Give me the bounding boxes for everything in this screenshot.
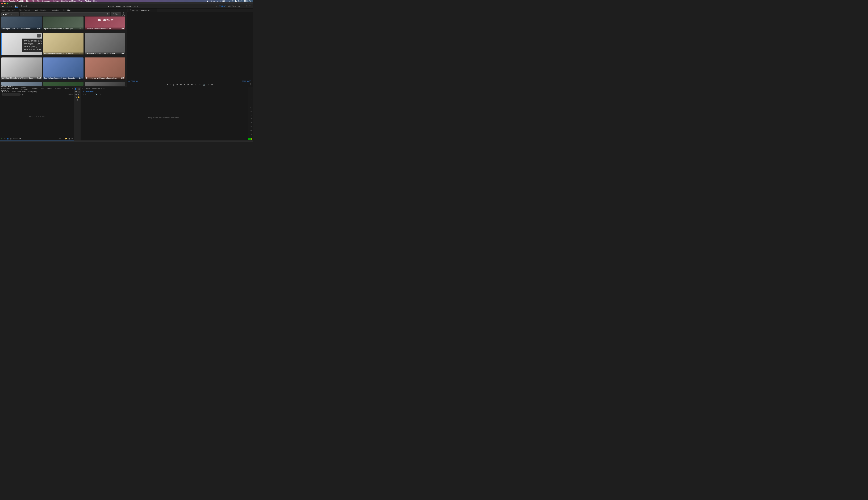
filter-button[interactable]: ☰ Filter <box>111 12 121 16</box>
status-icon-1[interactable]: ◉ <box>207 0 208 2</box>
program-timecode-right[interactable]: 00:00:00:00 <box>242 80 251 82</box>
icon-view-icon[interactable]: ▦ <box>7 138 9 139</box>
new-item-button[interactable]: ▣ <box>68 138 70 139</box>
hand-tool[interactable]: ✋ <box>78 96 80 98</box>
clip-grid[interactable]: Helicopter Takes Off As Stunt Man Climbs… <box>0 16 127 87</box>
sort-icon[interactable]: ≡▾ <box>19 138 21 139</box>
menu-window[interactable]: Window <box>85 0 91 2</box>
tab-audio-mixer[interactable]: Audio Clip Mixer: <box>35 9 48 11</box>
step-forward-button[interactable]: |▶ <box>187 83 189 86</box>
tab-markers[interactable]: Markers <box>55 88 61 90</box>
status-icon-wifi[interactable]: ⌇ <box>227 0 227 2</box>
filter-bin-icon[interactable]: ▣ <box>22 93 23 96</box>
download-option[interactable]: HDMP4 (h264) - 5 MB <box>22 48 42 51</box>
timeline-timecode[interactable]: 00:00:00:00 <box>82 90 246 93</box>
tab-edit[interactable]: Edit <box>15 5 19 8</box>
tab-info[interactable]: Info <box>41 88 44 90</box>
ripple-edit-tool[interactable]: ✚ <box>75 90 77 93</box>
tab-storyblocks[interactable]: Storyblocks ≡ <box>64 9 74 11</box>
program-timecode-left[interactable]: 00:00:00:00 <box>128 80 138 82</box>
close-window-button[interactable] <box>1 3 3 4</box>
go-to-in-button[interactable]: |◀ <box>176 83 178 86</box>
menu-graphics[interactable]: Graphics and Titles <box>61 0 76 2</box>
add-button[interactable]: + <box>250 82 251 85</box>
tab-export[interactable]: Export <box>21 5 27 8</box>
go-to-out-button[interactable]: ▶| <box>191 83 193 86</box>
tab-libraries[interactable]: Libraries <box>31 88 37 90</box>
export-frame-button[interactable]: 📷 <box>203 83 205 86</box>
compare-button[interactable]: ◫ <box>207 83 209 86</box>
clip-item[interactable]: Three female athletes simultaneously sta… <box>85 57 125 80</box>
bin-row[interactable]: ▣ How to Create a Glitch Effect (2023).p… <box>0 90 74 93</box>
tab-source[interactable]: Source: (no clips) <box>1 9 15 11</box>
status-icon-cc[interactable]: ◆ <box>213 0 215 2</box>
pen-tool[interactable]: ✎ <box>75 96 77 98</box>
clip-item-hovered[interactable]: 4KMOV (prores) - 1.3 GB 4KMP4 (h264) - 1… <box>1 33 42 55</box>
menubar-time[interactable]: 11:50 AM <box>244 0 251 2</box>
delete-icon[interactable]: 🗑 <box>71 138 73 139</box>
step-back-button[interactable]: ◀| <box>180 83 182 86</box>
tab-media-browser[interactable]: Media Browser <box>21 87 28 90</box>
tab-effect-controls[interactable]: Effect Controls <box>19 9 30 11</box>
fullscreen-icon[interactable]: ⛶ <box>249 5 251 8</box>
play-button[interactable]: ▶ <box>184 83 185 86</box>
share-icon[interactable] <box>242 5 244 8</box>
bracket-in-icon[interactable]: { <box>170 83 171 86</box>
menu-view[interactable]: View <box>79 0 82 2</box>
timeline-drop-area[interactable]: Drop media here to create sequence. <box>81 95 248 140</box>
tab-timeline[interactable]: Timeline: (no sequences) ≡ <box>84 88 105 89</box>
menu-edit[interactable]: Edit <box>32 0 34 2</box>
clip-item[interactable]: Special Forces soldiers in action going … <box>43 16 84 30</box>
workspace-arrow[interactable]: ‹ <box>216 5 217 8</box>
menu-sequence[interactable]: Sequence <box>42 0 50 2</box>
search-icon[interactable] <box>107 13 109 15</box>
clip-item[interactable]: Helicopter Takes Off As Stunt Man Climbs… <box>1 16 42 30</box>
tab-metadata[interactable]: Metadata <box>52 9 59 11</box>
find-icon[interactable]: ⌕ <box>62 138 64 139</box>
new-item-icon[interactable]: ✎ <box>1 138 3 139</box>
extract-button[interactable]: ⬚ <box>199 83 201 86</box>
quick-export-icon[interactable]: ☰ <box>245 5 247 8</box>
clip-item[interactable] <box>43 82 84 86</box>
menu-file[interactable]: File <box>26 0 29 2</box>
lift-button[interactable]: ⬚ <box>195 83 197 86</box>
download-option[interactable]: HDMOV (prores) - 263.8 MB <box>22 45 42 48</box>
clip-item[interactable]: Fitness man jogging in park at summer mo… <box>43 33 84 55</box>
minimize-window-button[interactable] <box>4 3 5 4</box>
status-icon-2[interactable]: ⬚ <box>210 0 212 2</box>
bracket-out-icon[interactable]: } <box>173 83 174 86</box>
menu-clip[interactable]: Clip <box>37 0 40 2</box>
maximize-window-button[interactable] <box>7 3 8 4</box>
slip-tool[interactable]: ↔ <box>78 93 80 95</box>
clip-item[interactable] <box>85 82 125 86</box>
category-dropdown[interactable]: ▶ All Video ▾ <box>1 12 19 16</box>
overflow-icon[interactable]: » <box>72 88 73 90</box>
list-view-icon[interactable]: ☰ <box>4 138 5 139</box>
track-select-tool[interactable]: ⬚ <box>78 88 80 90</box>
rolling-edit-tool[interactable]: ⬚ <box>78 90 80 93</box>
download-button[interactable] <box>37 34 41 37</box>
clip-item[interactable] <box>1 82 42 86</box>
zoom-slider[interactable]: ○─── <box>13 138 18 139</box>
status-icon-share[interactable]: ⋔ <box>216 0 218 2</box>
type-tool[interactable]: T <box>76 99 79 101</box>
close-tab-icon[interactable]: ≡ <box>73 9 74 11</box>
menubar-date[interactable]: Fri Dec 1 <box>235 0 242 2</box>
mark-in-button[interactable]: ▼ <box>167 83 168 86</box>
home-icon[interactable] <box>2 5 4 8</box>
tab-history[interactable]: Histor <box>65 88 69 90</box>
tab-effects[interactable]: Effects <box>47 88 52 90</box>
app-name[interactable]: Adobe Premiere Pro 2024 <box>3 0 24 2</box>
status-icon-search[interactable]: ⌕ <box>229 0 230 2</box>
status-icon-control[interactable]: ☰ <box>232 0 233 2</box>
menu-help[interactable]: Help <box>93 0 97 2</box>
workspace-add-icon[interactable]: ▦ <box>238 5 240 8</box>
search-input[interactable] <box>21 13 107 15</box>
clip-item[interactable]: HIGH QUALITY Fitness Motivation Premiere… <box>85 16 125 30</box>
clip-item[interactable]: Athlete's Silhouette by a Window: Sports… <box>1 57 42 80</box>
download-option[interactable]: 4KMP4 (h264) - 18.4 MB <box>22 42 42 45</box>
razor-tool[interactable]: ✂ <box>75 93 77 95</box>
project-search-input[interactable]: ⌕ <box>2 93 21 96</box>
menu-markers[interactable]: Markers <box>53 0 59 2</box>
new-bin-icon[interactable]: 📁 <box>65 138 67 139</box>
